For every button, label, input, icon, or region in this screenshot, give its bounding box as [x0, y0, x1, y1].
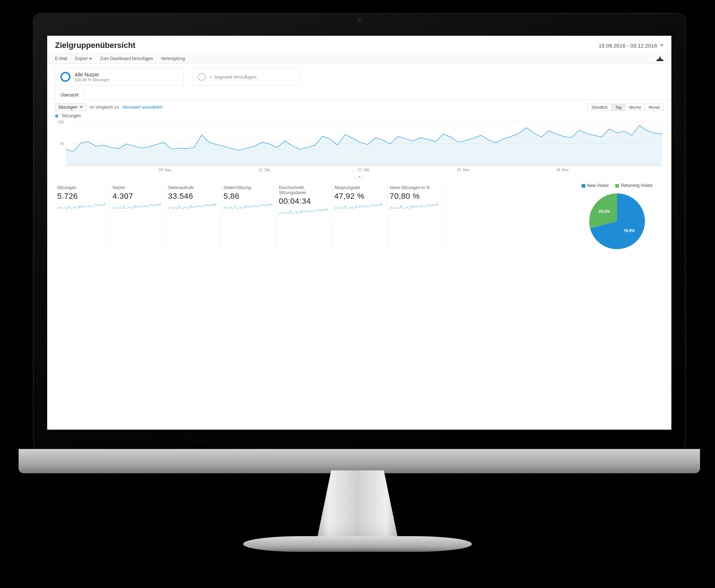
monitor-chin	[19, 449, 700, 473]
metric-bar: Sitzungen im Vergleich zu Messwert auswä…	[47, 100, 671, 113]
page-title: Zielgruppenübersicht	[55, 41, 135, 50]
export-button[interactable]: Export	[75, 56, 92, 61]
kpi-pages-per-session[interactable]: Seiten/Sitzung 5,86	[221, 183, 277, 252]
kpi-pageviews[interactable]: Seitenaufrufe 33.546	[166, 183, 221, 252]
granularity-week[interactable]: Woche	[625, 104, 645, 111]
camera-dot	[357, 18, 362, 23]
kpi-avg-session-duration[interactable]: Durchschnittl. Sitzungsdauer 00:04:34	[277, 183, 332, 252]
svg-text:13. Okt.: 13. Okt.	[258, 168, 271, 172]
svg-text:75: 75	[60, 142, 64, 146]
pie-legend: New Visitor Returning Visitor	[574, 183, 660, 188]
shortcut-button[interactable]: Verknüpfung	[161, 56, 185, 61]
segment-circle-icon	[60, 72, 70, 82]
svg-text:24. Nov.: 24. Nov.	[556, 168, 569, 172]
add-segment-button[interactable]: + Segment hinzufügen	[192, 68, 300, 86]
visitor-pie-block: New Visitor Returning Visitor 70,9%29,1%	[571, 183, 664, 252]
svg-text:27. Okt.: 27. Okt.	[358, 168, 370, 172]
segments-row: Alle Nutzer 100,00 % Sitzungen + Segment…	[47, 64, 671, 90]
sparkline	[113, 202, 162, 210]
granularity-month[interactable]: Monat	[645, 104, 664, 111]
legend-new-visitor: New Visitor	[582, 183, 609, 188]
titlebar: Zielgruppenübersicht 15.09.2016 - 03.12.…	[47, 36, 671, 54]
primary-metric-dropdown[interactable]: Sitzungen	[55, 103, 86, 111]
sparkline	[279, 207, 328, 215]
email-button[interactable]: E-Mail	[55, 56, 67, 61]
tab-overview[interactable]: Übersicht	[55, 90, 84, 100]
legend-returning-visitor: Returning Visitor	[615, 183, 653, 188]
sparkline	[223, 202, 273, 210]
kpi-new-sessions-pct[interactable]: Neue Sitzungen in % 70,80 %	[388, 183, 443, 252]
granularity-toggle: Stündlich Tag Woche Monat	[587, 104, 664, 111]
square-icon	[582, 184, 585, 188]
kpi-row: Sitzungen 5.726 Nutzer 4.307 Seitenaufru…	[47, 182, 671, 252]
granularity-hourly[interactable]: Stündlich	[587, 104, 611, 111]
legend-dot-icon	[55, 114, 58, 118]
monitor-frame: Zielgruppenübersicht 15.09.2016 - 03.12.…	[33, 13, 686, 451]
kpi-sessions[interactable]: Sitzungen 5.726	[55, 183, 110, 252]
segment-all-users[interactable]: Alle Nutzer 100,00 % Sitzungen	[55, 68, 184, 86]
add-segment-label: + Segment hinzufügen	[210, 74, 256, 80]
svg-text:29,1%: 29,1%	[599, 209, 610, 213]
caret-down-icon	[79, 106, 83, 108]
sparkline	[390, 202, 439, 210]
chart-legend-label: Sitzungen	[62, 113, 81, 118]
select-metric-link[interactable]: Messwert auswählen	[123, 105, 163, 110]
svg-text:70,9%: 70,9%	[623, 228, 635, 233]
date-range-picker[interactable]: 15.09.2016 - 03.12.2016	[599, 43, 664, 49]
segment-title: Alle Nutzer	[75, 72, 110, 78]
kpi-users[interactable]: Nutzer 4.307	[110, 183, 166, 252]
analytics-page: Zielgruppenübersicht 15.09.2016 - 03.12.…	[47, 36, 671, 430]
svg-text:10. Nov.: 10. Nov.	[457, 168, 470, 172]
sessions-line-chart: 7515029. Sep.13. Okt.27. Okt.10. Nov.24.…	[55, 120, 664, 173]
segment-subtitle: 100,00 % Sitzungen	[75, 78, 110, 82]
add-to-dashboard-button[interactable]: Zum Dashboard hinzufügen	[100, 56, 153, 61]
chart-wrap: Sitzungen 7515029. Sep.13. Okt.27. Okt.1…	[47, 113, 671, 177]
sparkline	[334, 202, 384, 210]
caret-down-icon	[89, 58, 92, 60]
date-range-text: 15.09.2016 - 03.12.2016	[599, 43, 657, 49]
monitor-shadow	[197, 548, 518, 568]
monitor-stand-neck	[316, 470, 399, 542]
education-icon[interactable]	[656, 56, 664, 61]
tabs: Übersicht	[47, 90, 671, 100]
caret-down-icon	[660, 44, 664, 46]
toolbar: E-Mail Export Zum Dashboard hinzufügen V…	[47, 54, 671, 64]
chart-legend: Sitzungen	[55, 113, 664, 118]
sparkline	[57, 202, 107, 210]
sparkline	[168, 202, 217, 210]
svg-text:150: 150	[58, 120, 64, 124]
vs-label: im Vergleich zu	[90, 105, 119, 110]
square-icon	[615, 184, 619, 188]
kpi-bounce-rate[interactable]: Absprungrate 47,92 %	[332, 183, 388, 252]
add-circle-icon	[198, 73, 206, 81]
granularity-day[interactable]: Tag	[612, 104, 626, 111]
chart-resize-handle[interactable]	[354, 176, 364, 179]
screen: Zielgruppenübersicht 15.09.2016 - 03.12.…	[47, 36, 671, 430]
svg-text:29. Sep.: 29. Sep.	[158, 168, 172, 172]
visitor-pie-chart: 70,9%29,1%	[587, 191, 647, 252]
